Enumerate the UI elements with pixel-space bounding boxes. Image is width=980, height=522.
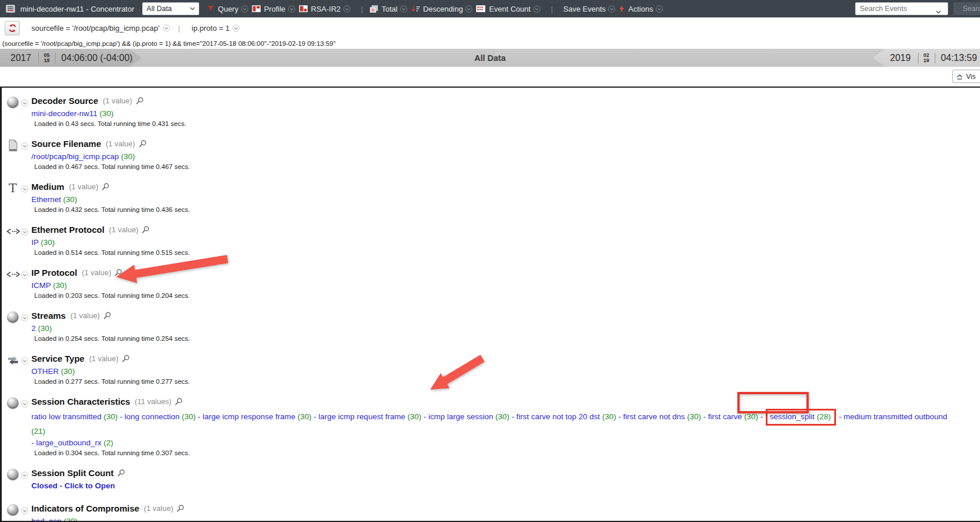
- refresh-button[interactable]: [5, 21, 20, 35]
- meta-value-link[interactable]: Closed - Click to Open: [31, 481, 115, 490]
- search-icon[interactable]: [114, 269, 123, 277]
- load-time-text: Loaded in 0.254 secs. Total running time…: [31, 335, 980, 344]
- app-list-icon: [6, 5, 15, 13]
- search-icon[interactable]: [139, 140, 147, 148]
- text-medium-icon: T: [6, 181, 20, 195]
- meta-key-value-count: (1 value): [109, 225, 139, 234]
- visualization-toggle-button[interactable]: Vis: [952, 70, 980, 83]
- meta-value-link[interactable]: large icmp request frame: [319, 412, 405, 421]
- query-button[interactable]: Query: [207, 5, 248, 13]
- meta-section: Service Type(1 value)OTHER (30) Loaded i…: [2, 352, 980, 387]
- meta-value-session-count: (30): [495, 412, 509, 421]
- total-button[interactable]: Total: [370, 5, 407, 13]
- meta-value-link[interactable]: OTHER: [31, 367, 59, 376]
- meta-value-link[interactable]: medium transmitted outbound: [844, 412, 947, 421]
- meta-value-session-count: (30): [38, 324, 52, 333]
- search-icon[interactable]: [176, 505, 185, 513]
- actions-button[interactable]: Actions: [619, 5, 663, 13]
- meta-section: Session Split CountClosed - Click to Ope…: [2, 467, 980, 492]
- chevron-down-icon: [343, 5, 351, 13]
- meta-section: Decoder Source(1 value)mini-decoder-nw11…: [2, 95, 980, 129]
- meta-value-session-count: (30): [408, 412, 421, 421]
- sort-descending-button[interactable]: Descending: [411, 5, 473, 13]
- meta-value-link[interactable]: 2: [31, 324, 36, 333]
- meta-value-link[interactable]: long connection: [125, 412, 180, 421]
- search-icon[interactable]: [117, 469, 125, 477]
- search-icon[interactable]: [103, 312, 111, 320]
- search-button[interactable]: Search: [953, 2, 980, 15]
- chevron-down-icon[interactable]: [21, 314, 28, 324]
- meta-value-link[interactable]: icmp large session: [428, 412, 493, 421]
- meta-values: ratio low transmitted (30) - long connec…: [31, 409, 960, 449]
- meta-value-link[interactable]: first carve not top 20 dst: [516, 412, 600, 421]
- search-events-input[interactable]: [855, 2, 948, 15]
- breadcrumb-separator: |: [178, 24, 180, 33]
- chevron-down-icon: [232, 24, 240, 32]
- chevron-down-icon[interactable]: [21, 357, 28, 367]
- chevron-down-icon[interactable]: [21, 399, 28, 410]
- timeline-end-time: 04:13:59: [935, 53, 980, 63]
- meta-value-link[interactable]: /root/pcap/big_icmp.pcap: [31, 152, 119, 161]
- meta-value-session-count: (30): [602, 412, 616, 421]
- rsa-ir2-button[interactable]: RSA-IR2: [299, 5, 351, 13]
- meta-section: Source Filename(1 value)/root/pcap/big_i…: [2, 138, 980, 172]
- collection-select[interactable]: All Data: [142, 2, 199, 15]
- meta-value-link[interactable]: ICMP: [31, 281, 51, 290]
- meta-value-link[interactable]: mini-decoder-nw11: [31, 109, 98, 118]
- chevron-down-icon[interactable]: [21, 506, 28, 517]
- meta-value-link[interactable]: session_split: [770, 412, 815, 421]
- chevron-down-icon[interactable]: [21, 228, 28, 238]
- chevron-down-icon[interactable]: [21, 99, 28, 109]
- event-count-button[interactable]: Event Count: [476, 5, 541, 13]
- meta-values: 2 (30): [31, 323, 960, 334]
- meta-value-link[interactable]: ratio low transmitted: [31, 412, 102, 421]
- meta-values: ICMP (30): [31, 280, 960, 291]
- chevron-down-icon[interactable]: [21, 271, 28, 281]
- refresh-icon: [8, 24, 17, 33]
- value-separator: -: [120, 412, 124, 421]
- search-icon[interactable]: [136, 97, 144, 105]
- chevron-down-icon: [608, 5, 615, 13]
- toolbar-separator: |: [361, 5, 363, 13]
- meta-values: mini-decoder-nw11 (30): [31, 108, 960, 120]
- breadcrumb-item-ipproto[interactable]: ip.proto = 1: [192, 24, 240, 33]
- meta-value-session-count: (30): [298, 412, 312, 421]
- meta-value-link[interactable]: first carve: [708, 412, 743, 421]
- breadcrumb-item-sourcefile[interactable]: sourcefile = '/root/pcap/big_icmp.pcap': [31, 24, 170, 33]
- top-toolbar: mini-decoder-nw11 - Concentrator All Dat…: [0, 0, 980, 17]
- search-icon[interactable]: [122, 355, 130, 363]
- timeline-bar[interactable]: All Data 2017 0518 04:06:00 (-04:00) 201…: [0, 49, 980, 67]
- meta-value-link[interactable]: IP: [31, 238, 39, 247]
- meta-key-value-count: (1 value): [144, 504, 174, 513]
- meta-value-session-count: (30): [41, 238, 55, 247]
- meta-value-link[interactable]: large icmp response frame: [203, 412, 296, 421]
- load-time-text: Loaded in 0.43 secs. Total running time …: [31, 120, 980, 129]
- timeline-end-date: 0219: [918, 53, 935, 63]
- save-events-button[interactable]: Save Events: [560, 5, 615, 13]
- search-icon[interactable]: [175, 398, 183, 406]
- meta-values: IP (30): [31, 237, 960, 249]
- meta-values: Closed - Click to Open: [31, 480, 960, 492]
- chevron-down-icon[interactable]: [21, 185, 28, 195]
- meta-value-session-count: (28): [817, 412, 831, 421]
- meta-value-link[interactable]: first carve not dns: [623, 412, 685, 421]
- meta-value-link[interactable]: bad_asn: [31, 517, 62, 522]
- meta-section: Ethernet Protocol(1 value)IP (30) Loaded…: [2, 224, 980, 258]
- meta-key-value-count: (1 value): [82, 268, 111, 277]
- meta-key-value-count: (1 value): [106, 139, 135, 148]
- meta-key-title: Service Type: [31, 354, 84, 363]
- search-icon[interactable]: [102, 183, 110, 191]
- meta-key-value-count: (1 value): [70, 311, 100, 320]
- chevron-down-icon[interactable]: [21, 471, 28, 481]
- profile-button[interactable]: Profile: [252, 5, 296, 13]
- chevron-down-icon: [190, 7, 195, 10]
- timeline-start-cap: 2017 0518 04:06:00 (-04:00): [0, 49, 142, 67]
- meta-value-link[interactable]: large_outbound_rx: [36, 438, 102, 447]
- chevron-down-icon: [533, 5, 541, 13]
- chevron-down-icon: [936, 7, 941, 16]
- chevron-up-icon: [956, 74, 963, 80]
- meta-value-link[interactable]: Ethernet: [31, 195, 61, 204]
- search-icon[interactable]: [142, 226, 150, 234]
- chevron-down-icon[interactable]: [21, 142, 28, 152]
- meta-key-title: Ethernet Protocol: [31, 225, 105, 235]
